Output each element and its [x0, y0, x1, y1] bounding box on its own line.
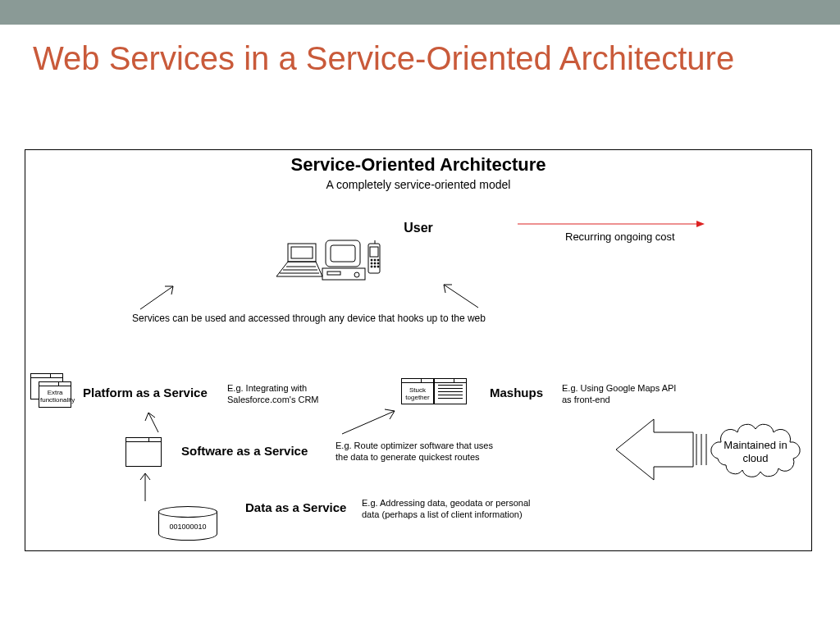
top-accent-bar	[0, 0, 840, 25]
arrow-saas-to-mashups-icon	[336, 406, 409, 439]
svg-rect-12	[370, 247, 378, 257]
svg-rect-9	[327, 272, 340, 275]
mashup-window-back-icon: Stuck together	[401, 378, 434, 404]
svg-point-16	[377, 259, 379, 261]
daas-cylinder-text: 001000010	[159, 523, 217, 531]
svg-rect-8	[322, 268, 365, 280]
svg-point-21	[374, 266, 376, 267]
svg-rect-1	[291, 247, 313, 258]
cloud-pipeline-arrow-icon	[616, 413, 714, 486]
svg-point-18	[374, 262, 376, 264]
saas-example: E.g. Route optimizer software that uses …	[336, 441, 508, 463]
daas-example: E.g. Addressing data, geodata or persona…	[362, 498, 542, 521]
mashups-title: Mashups	[490, 386, 543, 399]
svg-line-28	[342, 411, 395, 434]
arrow-paas-to-user-icon	[132, 281, 198, 314]
paas-example: E.g. Integrating with Salesforce.com's C…	[227, 383, 334, 406]
saas-title: Software as a Service	[181, 444, 308, 458]
arrow-mashups-to-user-icon	[427, 280, 493, 313]
diagram-subheading: A completely service-oriented model	[25, 178, 811, 191]
paas-title: Platform as a Service	[83, 386, 208, 399]
recurring-cost-arrow-icon	[518, 219, 706, 229]
diagram-frame: Service-Oriented Architecture A complete…	[25, 149, 812, 551]
svg-marker-2	[276, 262, 322, 276]
svg-point-17	[371, 262, 372, 264]
svg-rect-7	[331, 245, 355, 262]
svg-point-10	[354, 272, 359, 277]
svg-point-14	[371, 259, 372, 261]
paas-badge: Extra functionality	[40, 390, 70, 404]
cloud-label: Maintained in cloud	[721, 439, 790, 464]
svg-point-15	[374, 259, 376, 261]
svg-line-24	[444, 285, 478, 308]
mashup-window-front-icon	[434, 378, 467, 404]
svg-point-19	[377, 262, 379, 264]
devices-icon	[272, 237, 395, 286]
devices-caption: Services can be used and accessed throug…	[132, 313, 486, 324]
recurring-cost-label: Recurring ongoing cost	[565, 231, 675, 243]
paas-window-front-icon: Extra functionality	[39, 381, 71, 408]
svg-marker-26	[696, 221, 705, 227]
svg-rect-0	[288, 244, 316, 262]
svg-marker-30	[616, 419, 693, 480]
mashups-example: E.g. Using Google Maps API as front-end	[562, 383, 677, 406]
svg-line-23	[140, 286, 173, 309]
saas-window-icon	[126, 437, 162, 467]
svg-line-27	[148, 413, 158, 432]
arrow-saas-to-paas-icon	[144, 406, 176, 439]
slide-title: Web Services in a Service-Oriented Archi…	[33, 39, 840, 77]
diagram-heading: Service-Oriented Architecture	[25, 154, 811, 176]
arrow-daas-to-saas-icon	[137, 468, 153, 506]
mashups-badge: Stuck together	[403, 387, 432, 402]
daas-cylinder-icon: 001000010	[158, 511, 217, 541]
svg-point-20	[371, 266, 372, 267]
svg-point-22	[377, 266, 379, 267]
daas-title: Data as a Service	[245, 500, 346, 514]
